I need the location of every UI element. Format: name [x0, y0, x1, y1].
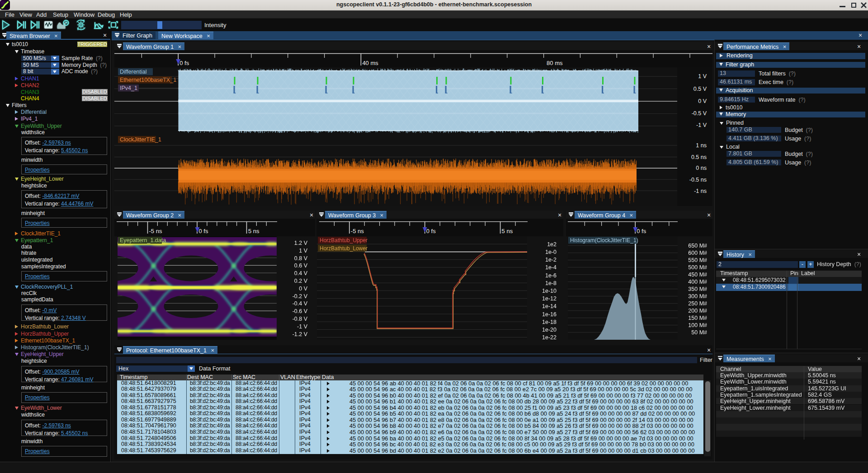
svg-text:1e-18: 1e-18 — [542, 319, 557, 325]
svg-text:1 V: 1 V — [698, 73, 707, 80]
svg-text:0.2 V: 0.2 V — [294, 278, 308, 284]
svg-text:350 M#: 350 M# — [688, 286, 707, 292]
svg-text:1.2 V: 1.2 V — [294, 240, 308, 246]
svg-text:80 ms: 80 ms — [547, 60, 563, 66]
svg-text:IPv4_1: IPv4_1 — [120, 85, 137, 91]
svg-text:5 ns: 5 ns — [248, 228, 259, 234]
svg-text:650 M#: 650 M# — [688, 243, 707, 249]
svg-text:-5 ns: -5 ns — [149, 228, 162, 234]
svg-text:-0.6 V: -0.6 V — [292, 308, 308, 314]
svg-text:0.5 ns: 0.5 ns — [691, 154, 707, 160]
svg-text:1e-0: 1e-0 — [545, 249, 557, 255]
svg-text:HorzBathtub_Upper: HorzBathtub_Upper — [320, 237, 368, 244]
svg-text:300 M#: 300 M# — [688, 293, 707, 300]
svg-text:0.6 V: 0.6 V — [294, 262, 308, 269]
svg-text:0 fs: 0 fs — [637, 228, 646, 234]
svg-text:-1 ns: -1 ns — [694, 188, 707, 194]
svg-text:550 M#: 550 M# — [688, 257, 707, 263]
svg-text:-0.2 V: -0.2 V — [292, 293, 308, 300]
svg-text:0 V: 0 V — [299, 286, 307, 292]
svg-text:200 M#: 200 M# — [688, 308, 707, 314]
svg-text:1e-16: 1e-16 — [542, 311, 557, 318]
svg-text:Ethernet100baseTX_1: Ethernet100baseTX_1 — [120, 77, 176, 83]
svg-text:1e-14: 1e-14 — [542, 303, 557, 309]
svg-text:1e-22: 1e-22 — [542, 334, 557, 341]
svg-text:HorzBathtub_Lower: HorzBathtub_Lower — [320, 245, 368, 252]
svg-text:-1 V: -1 V — [297, 323, 308, 330]
svg-text:250 M#: 250 M# — [688, 300, 707, 307]
svg-text:0 fs: 0 fs — [199, 228, 208, 234]
svg-text:1e-8: 1e-8 — [545, 280, 557, 286]
svg-text:400 M#: 400 M# — [688, 279, 707, 285]
svg-text:1e-10: 1e-10 — [542, 288, 557, 294]
svg-text:1e-2: 1e-2 — [545, 257, 557, 263]
svg-text:Eyepattern_1.data: Eyepattern_1.data — [120, 237, 166, 244]
svg-text:-0.5 ns: -0.5 ns — [689, 177, 707, 183]
svg-text:50 M#: 50 M# — [691, 329, 707, 336]
svg-text:0.8 V: 0.8 V — [294, 255, 308, 262]
svg-text:1 ns: 1 ns — [696, 142, 707, 149]
svg-text:0.5 V: 0.5 V — [693, 86, 707, 92]
svg-text:500 M#: 500 M# — [688, 264, 707, 271]
svg-text:Histogram(ClockJitterTIE_1): Histogram(ClockJitterTIE_1) — [570, 237, 638, 244]
svg-text:600 M#: 600 M# — [688, 250, 707, 256]
svg-text:-0.4 V: -0.4 V — [292, 300, 308, 307]
svg-text:1e-12: 1e-12 — [542, 295, 557, 302]
svg-text:1e2: 1e2 — [547, 241, 557, 248]
svg-text:0 fs: 0 fs — [179, 60, 189, 66]
svg-text:-0.5 V: -0.5 V — [692, 110, 707, 117]
svg-text:1e-6: 1e-6 — [545, 272, 557, 279]
svg-text:0 V: 0 V — [698, 98, 707, 104]
svg-text:40 ms: 40 ms — [362, 60, 378, 66]
svg-text:-1.2 V: -1.2 V — [292, 331, 308, 337]
svg-text:150 M#: 150 M# — [688, 315, 707, 321]
svg-text:450 M#: 450 M# — [688, 272, 707, 278]
svg-text:0 ns: 0 ns — [696, 165, 707, 171]
svg-text:Differential: Differential — [120, 69, 147, 75]
svg-text:0.4 V: 0.4 V — [294, 270, 308, 276]
svg-text:-5 ns: -5 ns — [351, 228, 364, 234]
svg-text:1e-4: 1e-4 — [545, 264, 557, 271]
svg-text:1 V: 1 V — [299, 248, 307, 254]
svg-text:ClockJitterTIE_1: ClockJitterTIE_1 — [120, 136, 161, 143]
svg-text:1e-20: 1e-20 — [542, 327, 557, 333]
svg-text:0 fs: 0 fs — [426, 228, 436, 234]
svg-text:-0.8 V: -0.8 V — [292, 316, 308, 322]
svg-text:5 ns: 5 ns — [502, 228, 513, 234]
svg-text:-1 V: -1 V — [696, 122, 707, 128]
svg-text:100 M#: 100 M# — [688, 322, 707, 328]
